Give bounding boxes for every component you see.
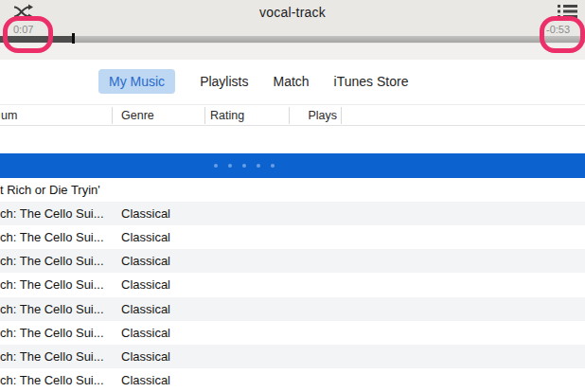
table-row[interactable]: ch: The Cello Sui... Classical: [0, 368, 585, 392]
table-row[interactable]: t Rich or Die Tryin': [0, 178, 585, 202]
cell-album: ch: The Cello Sui...: [0, 302, 104, 316]
player-bar-lower-strip: [0, 44, 585, 60]
cell-genre: Classical: [121, 254, 170, 268]
loading-dot: [257, 164, 260, 168]
cell-album: ch: The Cello Sui...: [0, 230, 104, 244]
cell-genre: Classical: [121, 302, 170, 316]
itunes-window: vocal-track 0:07 -0:53 My Music Playlist…: [0, 0, 585, 392]
annotation-ring-elapsed-time: [3, 16, 53, 53]
cell-album: ch: The Cello Sui...: [0, 206, 104, 221]
cell-album: ch: The Cello Sui...: [0, 326, 104, 340]
table-row[interactable]: ch: The Cello Sui... Classical: [0, 345, 585, 368]
cell-album: ch: The Cello Sui...: [0, 277, 104, 292]
loading-dots: [214, 164, 275, 168]
nav-tabs: My Music Playlists Match iTunes Store: [98, 68, 408, 95]
empty-row: [0, 126, 585, 153]
song-list: t Rich or Die Tryin' ch: The Cello Sui..…: [0, 126, 585, 392]
table-row[interactable]: ch: The Cello Sui... Classical: [0, 249, 585, 273]
tab-match[interactable]: Match: [273, 74, 309, 89]
loading-dot: [214, 164, 218, 168]
table-row[interactable]: ch: The Cello Sui... Classical: [0, 321, 585, 345]
cell-album: t Rich or Die Tryin': [0, 183, 100, 197]
cell-genre: Classical: [121, 373, 170, 387]
tab-my-music[interactable]: My Music: [98, 69, 175, 94]
table-row[interactable]: ch: The Cello Sui... Classical: [0, 273, 585, 296]
selected-row-loading[interactable]: [0, 153, 585, 178]
cell-genre: Classical: [121, 277, 170, 292]
cell-album: ch: The Cello Sui...: [0, 254, 104, 268]
column-header-album[interactable]: um: [1, 109, 17, 122]
table-row[interactable]: ch: The Cello Sui... Classical: [0, 225, 585, 249]
cell-album: ch: The Cello Sui...: [0, 349, 104, 364]
cell-genre: Classical: [121, 349, 170, 364]
cell-genre: Classical: [121, 230, 170, 244]
player-bar: vocal-track 0:07 -0:53: [0, 0, 585, 44]
column-divider[interactable]: [204, 107, 205, 124]
tab-playlists[interactable]: Playlists: [200, 74, 248, 89]
loading-dot: [271, 164, 275, 168]
column-divider[interactable]: [289, 107, 290, 124]
column-header-plays[interactable]: Plays: [289, 109, 337, 122]
column-divider[interactable]: [341, 107, 342, 124]
column-header-genre[interactable]: Genre: [121, 109, 154, 122]
table-row[interactable]: ch: The Cello Sui... Classical: [0, 202, 585, 225]
loading-dot: [228, 164, 232, 168]
cell-album: ch: The Cello Sui...: [0, 373, 104, 387]
progress-bar[interactable]: [0, 36, 585, 43]
cell-genre: Classical: [121, 206, 170, 221]
column-divider[interactable]: [112, 107, 113, 124]
track-title: vocal-track: [0, 5, 585, 20]
loading-dot: [242, 164, 246, 168]
table-row[interactable]: ch: The Cello Sui... Classical: [0, 297, 585, 321]
cell-genre: Classical: [121, 326, 170, 340]
song-table-header: um Genre Rating Plays: [0, 104, 585, 126]
column-header-rating[interactable]: Rating: [210, 109, 244, 122]
annotation-ring-remaining-time: [540, 16, 585, 53]
tab-itunes-store[interactable]: iTunes Store: [334, 74, 409, 89]
